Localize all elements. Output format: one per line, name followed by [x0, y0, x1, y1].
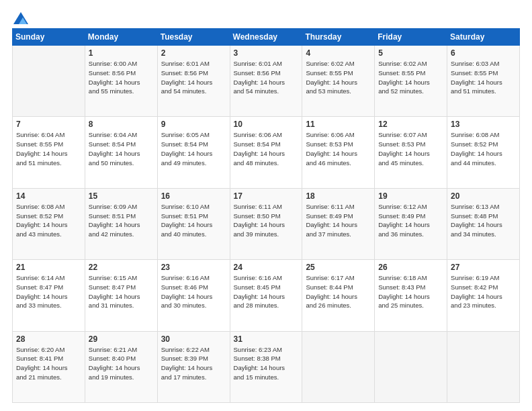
calendar-cell: 13Sunrise: 6:08 AM Sunset: 8:52 PM Dayli…: [447, 117, 520, 188]
calendar-cell: 15Sunrise: 6:09 AM Sunset: 8:51 PM Dayli…: [85, 188, 157, 259]
day-number: 20: [451, 191, 516, 201]
page: SundayMondayTuesdayWednesdayThursdayFrid…: [0, 0, 532, 411]
day-number: 17: [234, 191, 299, 201]
calendar-cell: 10Sunrise: 6:06 AM Sunset: 8:54 PM Dayli…: [230, 117, 302, 188]
day-info: Sunrise: 6:03 AM Sunset: 8:55 PM Dayligh…: [451, 59, 516, 96]
day-info: Sunrise: 6:09 AM Sunset: 8:51 PM Dayligh…: [89, 202, 154, 239]
calendar-cell: [447, 331, 520, 402]
calendar-cell: 27Sunrise: 6:19 AM Sunset: 8:42 PM Dayli…: [447, 260, 520, 331]
day-number: 23: [161, 263, 226, 272]
calendar-cell: [302, 331, 375, 402]
calendar-cell: 9Sunrise: 6:05 AM Sunset: 8:54 PM Daylig…: [157, 117, 230, 188]
day-number: 29: [89, 334, 154, 344]
calendar-cell: 16Sunrise: 6:10 AM Sunset: 8:51 PM Dayli…: [157, 188, 230, 259]
calendar-cell: 18Sunrise: 6:11 AM Sunset: 8:49 PM Dayli…: [302, 188, 375, 259]
calendar-cell: 21Sunrise: 6:14 AM Sunset: 8:47 PM Dayli…: [13, 260, 85, 331]
day-number: 8: [89, 120, 154, 129]
day-number: 4: [306, 48, 371, 58]
calendar-cell: 2Sunrise: 6:01 AM Sunset: 8:56 PM Daylig…: [157, 46, 230, 117]
day-number: 31: [234, 334, 299, 344]
day-info: Sunrise: 6:01 AM Sunset: 8:56 PM Dayligh…: [161, 59, 226, 96]
day-number: 10: [234, 120, 299, 129]
day-number: 2: [161, 48, 226, 58]
day-number: 28: [16, 334, 81, 344]
calendar-cell: 31Sunrise: 6:23 AM Sunset: 8:38 PM Dayli…: [230, 331, 302, 402]
calendar-cell: 30Sunrise: 6:22 AM Sunset: 8:39 PM Dayli…: [157, 331, 230, 402]
day-info: Sunrise: 6:11 AM Sunset: 8:50 PM Dayligh…: [234, 202, 299, 239]
calendar-header-sunday: Sunday: [13, 29, 85, 46]
day-info: Sunrise: 6:22 AM Sunset: 8:39 PM Dayligh…: [161, 345, 226, 382]
calendar-cell: 7Sunrise: 6:04 AM Sunset: 8:55 PM Daylig…: [13, 117, 85, 188]
day-info: Sunrise: 6:15 AM Sunset: 8:47 PM Dayligh…: [89, 273, 154, 310]
calendar-cell: 28Sunrise: 6:20 AM Sunset: 8:41 PM Dayli…: [13, 331, 85, 402]
calendar-table: SundayMondayTuesdayWednesdayThursdayFrid…: [12, 28, 520, 403]
day-number: 9: [161, 120, 226, 129]
day-number: 24: [234, 263, 299, 272]
day-number: 16: [161, 191, 226, 201]
calendar-cell: 11Sunrise: 6:06 AM Sunset: 8:53 PM Dayli…: [302, 117, 375, 188]
day-info: Sunrise: 6:05 AM Sunset: 8:54 PM Dayligh…: [161, 130, 226, 167]
calendar-cell: 1Sunrise: 6:00 AM Sunset: 8:56 PM Daylig…: [85, 46, 157, 117]
calendar-cell: 17Sunrise: 6:11 AM Sunset: 8:50 PM Dayli…: [230, 188, 302, 259]
day-info: Sunrise: 6:01 AM Sunset: 8:56 PM Dayligh…: [234, 59, 299, 96]
day-info: Sunrise: 6:17 AM Sunset: 8:44 PM Dayligh…: [306, 273, 371, 310]
calendar-week-5: 28Sunrise: 6:20 AM Sunset: 8:41 PM Dayli…: [13, 331, 520, 402]
calendar-cell: 3Sunrise: 6:01 AM Sunset: 8:56 PM Daylig…: [230, 46, 302, 117]
day-info: Sunrise: 6:06 AM Sunset: 8:54 PM Dayligh…: [234, 130, 299, 167]
day-number: 18: [306, 191, 371, 201]
day-info: Sunrise: 6:04 AM Sunset: 8:55 PM Dayligh…: [16, 130, 81, 167]
calendar-header-thursday: Thursday: [302, 29, 375, 46]
calendar-week-2: 7Sunrise: 6:04 AM Sunset: 8:55 PM Daylig…: [13, 117, 520, 188]
calendar-week-3: 14Sunrise: 6:08 AM Sunset: 8:52 PM Dayli…: [13, 188, 520, 259]
logo-icon: [13, 12, 28, 24]
calendar-cell: [375, 331, 447, 402]
day-number: 27: [451, 263, 516, 272]
day-info: Sunrise: 6:20 AM Sunset: 8:41 PM Dayligh…: [16, 345, 81, 382]
calendar-week-4: 21Sunrise: 6:14 AM Sunset: 8:47 PM Dayli…: [13, 260, 520, 331]
day-info: Sunrise: 6:04 AM Sunset: 8:54 PM Dayligh…: [89, 130, 154, 167]
day-info: Sunrise: 6:11 AM Sunset: 8:49 PM Dayligh…: [306, 202, 371, 239]
calendar-cell: 22Sunrise: 6:15 AM Sunset: 8:47 PM Dayli…: [85, 260, 157, 331]
day-number: 5: [378, 48, 443, 58]
calendar-cell: 6Sunrise: 6:03 AM Sunset: 8:55 PM Daylig…: [447, 46, 520, 117]
day-info: Sunrise: 6:00 AM Sunset: 8:56 PM Dayligh…: [89, 59, 154, 96]
calendar-cell: 20Sunrise: 6:13 AM Sunset: 8:48 PM Dayli…: [447, 188, 520, 259]
calendar-cell: 14Sunrise: 6:08 AM Sunset: 8:52 PM Dayli…: [13, 188, 85, 259]
day-number: 26: [378, 263, 443, 272]
day-info: Sunrise: 6:07 AM Sunset: 8:53 PM Dayligh…: [378, 130, 443, 167]
day-number: 30: [161, 334, 226, 344]
header: [12, 12, 520, 21]
day-info: Sunrise: 6:16 AM Sunset: 8:45 PM Dayligh…: [234, 273, 299, 310]
day-info: Sunrise: 6:02 AM Sunset: 8:55 PM Dayligh…: [306, 59, 371, 96]
day-number: 6: [451, 48, 516, 58]
calendar-header-friday: Friday: [375, 29, 447, 46]
day-info: Sunrise: 6:19 AM Sunset: 8:42 PM Dayligh…: [451, 273, 516, 310]
day-info: Sunrise: 6:06 AM Sunset: 8:53 PM Dayligh…: [306, 130, 371, 167]
calendar-header-tuesday: Tuesday: [157, 29, 230, 46]
calendar-cell: 19Sunrise: 6:12 AM Sunset: 8:49 PM Dayli…: [375, 188, 447, 259]
calendar-cell: 8Sunrise: 6:04 AM Sunset: 8:54 PM Daylig…: [85, 117, 157, 188]
day-info: Sunrise: 6:10 AM Sunset: 8:51 PM Dayligh…: [161, 202, 226, 239]
day-info: Sunrise: 6:18 AM Sunset: 8:43 PM Dayligh…: [378, 273, 443, 310]
day-number: 12: [378, 120, 443, 129]
calendar-cell: 24Sunrise: 6:16 AM Sunset: 8:45 PM Dayli…: [230, 260, 302, 331]
calendar-cell: 4Sunrise: 6:02 AM Sunset: 8:55 PM Daylig…: [302, 46, 375, 117]
day-number: 22: [89, 263, 154, 272]
calendar-week-1: 1Sunrise: 6:00 AM Sunset: 8:56 PM Daylig…: [13, 46, 520, 117]
calendar-cell: 25Sunrise: 6:17 AM Sunset: 8:44 PM Dayli…: [302, 260, 375, 331]
day-number: 3: [234, 48, 299, 58]
calendar-cell: 23Sunrise: 6:16 AM Sunset: 8:46 PM Dayli…: [157, 260, 230, 331]
day-number: 25: [306, 263, 371, 272]
day-number: 7: [16, 120, 81, 129]
calendar-cell: 12Sunrise: 6:07 AM Sunset: 8:53 PM Dayli…: [375, 117, 447, 188]
day-info: Sunrise: 6:14 AM Sunset: 8:47 PM Dayligh…: [16, 273, 81, 310]
calendar-header-row: SundayMondayTuesdayWednesdayThursdayFrid…: [13, 29, 520, 46]
day-number: 21: [16, 263, 81, 272]
day-number: 11: [306, 120, 371, 129]
calendar-cell: 26Sunrise: 6:18 AM Sunset: 8:43 PM Dayli…: [375, 260, 447, 331]
day-info: Sunrise: 6:08 AM Sunset: 8:52 PM Dayligh…: [16, 202, 81, 239]
day-number: 19: [378, 191, 443, 201]
calendar-header-saturday: Saturday: [447, 29, 520, 46]
calendar-cell: 5Sunrise: 6:02 AM Sunset: 8:55 PM Daylig…: [375, 46, 447, 117]
day-info: Sunrise: 6:23 AM Sunset: 8:38 PM Dayligh…: [234, 345, 299, 382]
